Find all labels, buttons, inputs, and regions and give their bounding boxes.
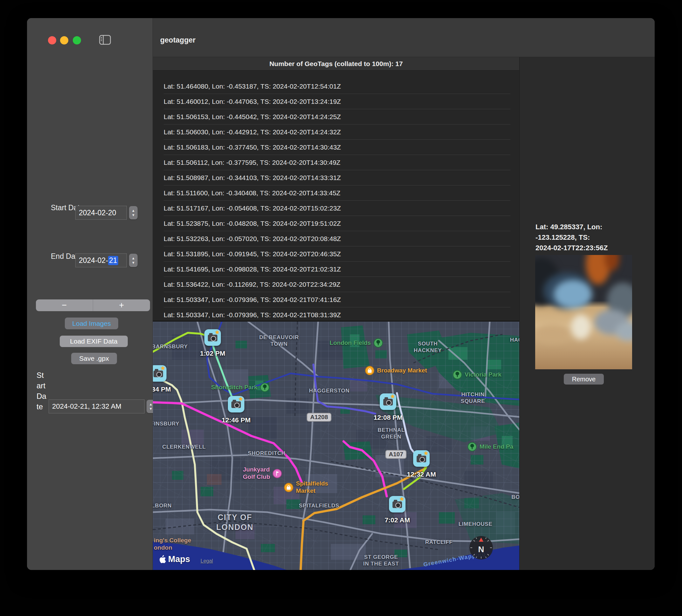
tolerance-minus-button[interactable]: − [36,300,93,311]
end-date-selected-day: 21 [108,256,118,265]
tolerance-plus-button[interactable]: + [93,300,150,311]
map-district-label: CITY OFLONDON [216,513,253,532]
titlebar: geotagger [153,18,655,57]
geotag-row[interactable]: Lat: 51.511600, Lon: -0.340408, TS: 2024… [164,185,510,201]
map-poi-park[interactable]: Shoreditch Park [211,383,270,392]
geotag-count-header: Number of GeoTags (collated to 100m): 17 [153,57,519,70]
tree-icon [468,442,477,452]
compass-icon[interactable]: N [469,536,493,561]
geotag-list[interactable]: Lat: 51.464080, Lon: -0.453187, TS: 2024… [153,70,519,321]
map-district-label: HAGGERSTON [309,387,349,394]
minimize-window-button[interactable] [60,36,68,44]
photo-pin-time-label: 12:08 PM [373,414,402,421]
photo-thumbnail [535,255,632,369]
toggle-sidebar-icon[interactable] [99,35,111,46]
map-district-label: CLERKENWELL [162,444,206,450]
geotag-row[interactable]: Lat: 51.506030, Lon: -0.442912, TS: 2024… [164,124,510,140]
map-district-label: RATCLIFF [425,539,453,546]
geotag-row[interactable]: Lat: 51.541695, Lon: -0.098028, TS: 2024… [164,262,510,277]
photo-pin-camera-icon[interactable]: ★ [204,329,221,346]
main-area: geotagger Number of GeoTags (collated to… [153,18,655,570]
geotag-row[interactable]: Lat: 51.506153, Lon: -0.445042, TS: 2024… [164,109,510,124]
save-gpx-button[interactable]: Save .gpx [71,353,117,364]
map-poi-park[interactable]: Mile End Pa [468,442,514,452]
end-date-field[interactable]: 2024-02-21 [75,253,127,267]
map-view[interactable]: BARNSBURYDE BEAUVOIRTOWNSOUTHHACKNEYHACK… [153,321,519,570]
map-district-label: LIMEHOUSE [459,521,492,527]
geotag-row[interactable]: Lat: 51.464080, Lon: -0.453187, TS: 2024… [164,79,510,94]
geotag-row[interactable]: Lat: 51.503347, Lon: -0.079396, TS: 2024… [164,307,510,321]
geotag-row[interactable]: Lat: 51.536422, Lon: -0.112692, TS: 2024… [164,277,510,292]
map-overlay: BARNSBURYDE BEAUVOIRTOWNSOUTHHACKNEYHACK… [153,322,519,570]
remove-button[interactable]: Remove [564,374,604,384]
market-icon [284,483,293,492]
compass-letter: N [478,545,484,554]
photo-pin-camera-icon[interactable]: ★ [228,396,244,412]
photo-pin-time-label: 7:02 AM [385,516,410,524]
datetime-label: Start Date [37,370,47,412]
geotag-row[interactable]: Lat: 51.460012, Lon: -0.447063, TS: 2024… [164,94,510,109]
tree-icon [453,370,462,379]
app-window: Start Date 2024-02-20 ▲▼ End Date 2024-0… [27,18,655,570]
photo-pin-camera-icon[interactable]: ★ [389,496,406,513]
photo-pin-time-label: 1:02 PM [200,350,225,357]
geotag-row[interactable]: Lat: 51.506112, Lon: -0.377595, TS: 2024… [164,155,510,170]
golf-flag-icon [273,469,282,478]
geotag-row[interactable]: Lat: 51.523875, Lon: -0.048208, TS: 2024… [164,216,510,231]
map-district-label: DE BEAUVOIRTOWN [259,334,299,348]
map-district-label: HACKNEY [510,337,519,343]
geotag-row[interactable]: Lat: 51.508987, Lon: -0.344103, TS: 2024… [164,170,510,185]
selected-photo-info: Lat: 49.285337, Lon:-123.125228, TS:2024… [536,222,643,253]
screen: Start Date 2024-02-20 ▲▼ End Date 2024-0… [0,0,682,616]
map-poi-college[interactable]: ing's Collegeondon [154,537,191,551]
map-poi-golf[interactable]: JunkyardGolf Club [243,466,282,481]
photo-pin-time-label: 1:34 PM [153,385,171,393]
photo-pin-camera-icon[interactable]: ★ [153,365,166,382]
tree-icon [260,383,270,392]
geotag-row[interactable]: Lat: 51.532263, Lon: -0.057020, TS: 2024… [164,231,510,246]
legal-link[interactable]: Legal [201,558,213,564]
tree-icon [373,338,383,348]
map-district-label: BOW [512,494,519,500]
road-shield: A107 [385,450,407,459]
sidebar: Start Date 2024-02-20 ▲▼ End Date 2024-0… [27,18,153,570]
map-district-label: FINSBURY [153,420,180,427]
window-title: geotagger [160,36,196,44]
map-district-label: HOLBORN [153,502,172,509]
map-poi-market[interactable]: Broadway Market [365,366,427,375]
market-icon [365,366,374,375]
start-date-field[interactable]: 2024-02-20 [75,206,127,220]
detail-panel: Lat: 49.285337, Lon:-123.125228, TS:2024… [519,57,655,570]
datetime-field[interactable]: 2024-02-21, 12:32 AM [49,399,144,413]
geotag-row[interactable]: Lat: 51.517167, Lon: -0.054608, TS: 2024… [164,201,510,216]
road-shield: A1208 [307,413,332,422]
map-district-label: SOUTHHACKNEY [414,340,442,354]
photo-pin-camera-icon[interactable]: ★ [413,450,430,467]
map-district-label: ST GEORGEIN THE EAST [363,554,399,567]
start-date-stepper[interactable]: ▲▼ [129,206,138,219]
map-poi-park[interactable]: London Fields [329,338,383,348]
photo-pin-camera-icon[interactable]: ★ [380,394,396,410]
geotag-row[interactable]: Lat: 51.503347, Lon: -0.079396, TS: 2024… [164,292,510,307]
load-images-button[interactable]: Load Images [65,317,118,329]
geotag-row[interactable]: Lat: 51.506183, Lon: -0.377450, TS: 2024… [164,140,510,155]
map-district-label: HITCHINSQUARE [461,391,485,405]
photo-pin-time-label: 12:32 AM [407,471,436,478]
map-district-label: BARNSBURY [153,343,188,350]
zoom-window-button[interactable] [73,36,81,44]
apple-logo-icon [159,555,166,564]
end-date-stepper[interactable]: ▲▼ [129,254,138,267]
load-exif-button[interactable]: Load EXIF Data [60,336,128,347]
map-poi-park[interactable]: Victoria Park [453,370,501,379]
maps-logo-text: Maps [168,554,190,564]
center-column: Number of GeoTags (collated to 100m): 17… [153,57,519,570]
map-district-label: SPITALFIELDS [299,502,339,509]
geotag-row[interactable]: Lat: 51.531895, Lon: -0.091945, TS: 2024… [164,246,510,262]
maps-attribution: Maps [159,554,190,564]
close-window-button[interactable] [48,36,56,44]
photo-pin-time-label: 12:46 PM [222,416,250,424]
tolerance-stepper: − + [36,300,150,311]
map-district-label: SHOREDITCH [248,450,286,457]
map-poi-market[interactable]: SpitalfieldsMarket [284,480,328,495]
map-district-label: BETHNALGREEN [378,427,405,441]
